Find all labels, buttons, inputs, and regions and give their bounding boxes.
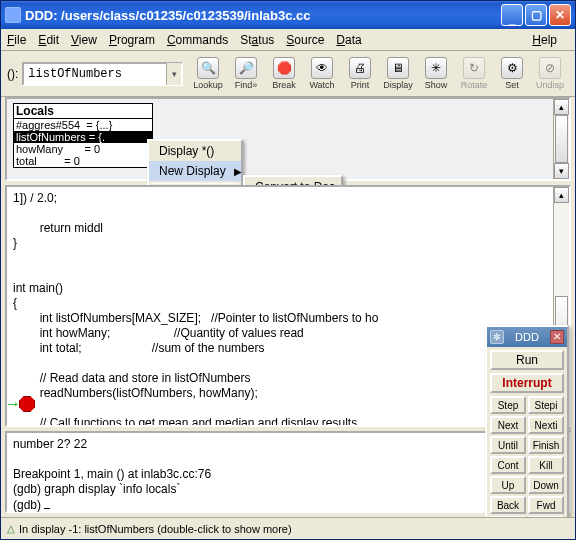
interrupt-button[interactable]: Interrupt xyxy=(490,373,564,393)
menu-source[interactable]: Source xyxy=(286,33,324,47)
menu-help[interactable]: Help xyxy=(532,33,557,47)
arg-dropdown-icon[interactable]: ▾ xyxy=(166,63,181,85)
up-button[interactable]: Up xyxy=(490,476,526,494)
menu-separator xyxy=(151,183,239,184)
menu-data[interactable]: Data xyxy=(336,33,361,47)
data-scrollbar[interactable]: ▴ ▾ xyxy=(553,99,569,179)
console-text: number 2? 22 Breakpoint 1, main () at in… xyxy=(13,437,211,512)
menubar: File Edit View Program Commands Status S… xyxy=(1,29,575,51)
back-button[interactable]: Back xyxy=(490,496,526,514)
app-icon xyxy=(5,7,21,23)
toolbar-set[interactable]: ⚙Set xyxy=(494,57,530,90)
toolbar-display[interactable]: 🖥Display xyxy=(380,57,416,90)
toolbar-break[interactable]: 🛑Break xyxy=(266,57,302,90)
down-button[interactable]: Down xyxy=(528,476,564,494)
menu-program[interactable]: Program xyxy=(109,33,155,47)
arg-input[interactable] xyxy=(24,67,166,81)
breakpoint-stop-icon xyxy=(19,396,35,412)
command-tool-close-button[interactable]: ✕ xyxy=(550,330,564,344)
locals-row[interactable]: howMany = 0 xyxy=(14,143,152,155)
until-button[interactable]: Until xyxy=(490,436,526,454)
scroll-up-icon[interactable]: ▴ xyxy=(554,187,569,203)
locals-display[interactable]: Locals #aggres#554 = {...} listOfNumbers… xyxy=(13,103,153,168)
locals-row[interactable]: total = 0 xyxy=(14,155,152,167)
command-tool-titlebar[interactable]: ✼ DDD ✕ xyxy=(487,327,567,347)
ctx-new-display[interactable]: New Display▶ xyxy=(149,161,241,181)
nexti-button[interactable]: Nexti xyxy=(528,416,564,434)
status-text: In display -1: listOfNumbers (double-cli… xyxy=(19,523,292,535)
ddd-foot-icon: ✼ xyxy=(490,330,504,344)
arg-field[interactable]: ▾ xyxy=(22,62,183,86)
data-display-pane[interactable]: Locals #aggres#554 = {...} listOfNumbers… xyxy=(5,97,571,181)
window-titlebar: DDD: /users/class/c01235/c0123539/inlab3… xyxy=(1,1,575,29)
status-indicator-icon: △ xyxy=(7,523,15,534)
window-title: DDD: /users/class/c01235/c0123539/inlab3… xyxy=(25,8,310,23)
submenu-arrow-icon: ▶ xyxy=(234,166,242,177)
fwd-button[interactable]: Fwd xyxy=(528,496,564,514)
step-button[interactable]: Step xyxy=(490,396,526,414)
toolbar-print[interactable]: 🖨Print xyxy=(342,57,378,90)
scroll-thumb[interactable] xyxy=(555,115,568,163)
toolbar-watch[interactable]: 👁Watch xyxy=(304,57,340,90)
stepi-button[interactable]: Stepi xyxy=(528,396,564,414)
kill-button[interactable]: Kill xyxy=(528,456,564,474)
locals-row[interactable]: #aggres#554 = {...} xyxy=(14,119,152,131)
locals-header: Locals xyxy=(14,104,152,119)
toolbar: (): ▾ 🔍Lookup 🔎Find» 🛑Break 👁Watch 🖨Prin… xyxy=(1,51,575,97)
execution-marker: → xyxy=(5,395,35,413)
run-button[interactable]: Run xyxy=(490,350,564,370)
toolbar-find[interactable]: 🔎Find» xyxy=(228,57,264,90)
window-maximize-button[interactable]: ▢ xyxy=(525,4,547,26)
toolbar-rotate: ↻Rotate xyxy=(456,57,492,90)
menu-status[interactable]: Status xyxy=(240,33,274,47)
source-text: 1]) / 2.0; return middl } int main() { i… xyxy=(13,191,378,427)
current-line-arrow-icon: → xyxy=(5,395,21,413)
menu-commands[interactable]: Commands xyxy=(167,33,228,47)
toolbar-lookup[interactable]: 🔍Lookup xyxy=(190,57,226,90)
scroll-up-icon[interactable]: ▴ xyxy=(554,99,569,115)
toolbar-undisp: ⊘Undisp xyxy=(532,57,568,90)
toolbar-show[interactable]: ✳Show xyxy=(418,57,454,90)
arg-field-label: (): xyxy=(7,67,18,81)
menu-edit[interactable]: Edit xyxy=(38,33,59,47)
ctx-display-deref[interactable]: Display *() xyxy=(149,141,241,161)
next-button[interactable]: Next xyxy=(490,416,526,434)
window-minimize-button[interactable]: _ xyxy=(501,4,523,26)
text-cursor xyxy=(44,497,50,509)
status-bar: △ In display -1: listOfNumbers (double-c… xyxy=(1,517,575,539)
menu-file[interactable]: File xyxy=(7,33,26,47)
finish-button[interactable]: Finish xyxy=(528,436,564,454)
scroll-down-icon[interactable]: ▾ xyxy=(554,163,569,179)
locals-row-selected[interactable]: listOfNumbers = {. xyxy=(14,131,152,143)
menu-view[interactable]: View xyxy=(71,33,97,47)
command-tool-title: DDD xyxy=(515,331,539,343)
cont-button[interactable]: Cont xyxy=(490,456,526,474)
command-tool[interactable]: ✼ DDD ✕ Run Interrupt Step Stepi Next Ne… xyxy=(485,325,569,539)
window-close-button[interactable]: ✕ xyxy=(549,4,571,26)
